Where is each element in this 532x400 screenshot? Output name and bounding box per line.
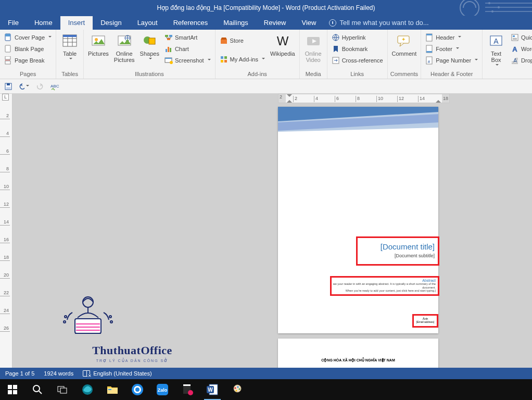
group-addins: Store My Add-ins WWikipedia Add-ins [216,30,300,79]
page-number-button[interactable]: #Page Number [423,55,480,66]
ribbon: Cover Page Blank Page Page Break Pages T… [0,30,532,79]
ribbon-tabs: File Home Insert Design Layout Reference… [0,16,532,30]
highlight-title: [Document title] [Document subtitle] [356,236,439,266]
online-video-button[interactable]: Online Video [302,32,325,70]
screenshot-button[interactable]: Screenshot [162,55,213,66]
shapes-button[interactable]: Shapes [138,32,161,70]
author-email[interactable]: [Email address] [414,320,437,323]
page-1[interactable]: [Document title] [Document subtitle] Abs… [278,107,438,333]
footer-button[interactable]: Footer [423,43,480,55]
shapes-icon [141,33,158,49]
watermark-sub: TRỢ LÝ CỦA DÂN CÔNG SỞ [59,359,205,363]
comment-icon: ✦ [396,33,412,49]
header-button[interactable]: Header [423,32,480,43]
tab-selector[interactable]: L [2,94,9,101]
undo-button[interactable] [19,81,29,92]
cover-title[interactable]: [Document title] [358,242,435,251]
wikipedia-icon: W [274,33,291,49]
svg-point-58 [109,316,111,318]
svg-point-1 [488,2,490,4]
store-button[interactable]: Store [218,35,267,46]
tab-file[interactable]: File [0,16,27,30]
tell-me-search[interactable]: Tell me what you want to do... [324,16,434,30]
abstract-line2[interactable]: document. [332,286,436,290]
chart-button[interactable]: Chart [162,43,213,55]
explorer-app[interactable] [100,379,125,400]
abstract-line1[interactable]: aw your reader in with an engaging abstr… [332,282,436,286]
abstract-line3[interactable]: When you're ready to add your content, j… [332,289,436,293]
group-pages: Cover Page Blank Page Page Break Pages [0,30,56,79]
my-addins-button[interactable]: My Add-ins [218,54,267,65]
group-label-illustrations: Illustrations [86,70,212,79]
tab-insert[interactable]: Insert [60,16,93,30]
svg-rect-37 [426,34,432,35]
paint-app[interactable] [225,379,250,400]
blank-page-button[interactable]: Blank Page [2,43,54,55]
status-page[interactable]: Page 1 of 5 [5,370,34,377]
table-button[interactable]: Table [58,32,81,70]
page-number-icon: # [425,56,434,65]
spelling-button[interactable]: ABC [50,81,60,92]
text-box-button[interactable]: AText Box [485,32,508,70]
smartart-button[interactable]: SmartArt [162,32,213,43]
svg-rect-22 [170,48,171,52]
abstract-heading[interactable]: Abstract [332,279,436,282]
status-language[interactable]: ✕ English (United States) [83,370,152,377]
status-words[interactable]: 1924 words [44,370,73,377]
group-label-pages: Pages [2,70,54,79]
tab-view[interactable]: View [294,16,324,30]
comment-button[interactable]: ✦Comment [390,32,419,70]
addins-icon [220,55,228,64]
pictures-icon [90,33,107,49]
start-button[interactable] [0,379,25,400]
wordart-icon: A [511,45,519,53]
page-break-button[interactable]: Page Break [2,55,54,66]
svg-rect-5 [5,34,10,36]
tab-references[interactable]: References [166,16,216,30]
document-canvas[interactable]: 2 18 2468101214 [Document title] [Docume… [12,94,532,368]
bookmark-icon [332,45,340,53]
titlebar-art [449,0,532,16]
horizontal-ruler[interactable]: 2 18 2468101214 [278,94,450,103]
edge-app[interactable] [75,379,100,400]
tab-layout[interactable]: Layout [130,16,166,30]
svg-text:ABC: ABC [50,84,59,89]
screenshot-icon [164,56,173,65]
quick-parts-button[interactable]: Quick [509,32,532,43]
svg-point-78 [188,390,193,395]
search-button[interactable] [25,379,50,400]
cover-page-icon [4,33,12,42]
drop-cap-button[interactable]: ADrop [509,55,532,66]
zalo-pc-app[interactable] [125,379,150,400]
bookmark-button[interactable]: Bookmark [330,43,385,55]
cover-page-button[interactable]: Cover Page [2,32,54,43]
vertical-ruler[interactable]: L 2468101214161820222426 [0,94,12,368]
zalo-app[interactable]: Zalo [150,379,175,400]
online-pictures-button[interactable]: Online Pictures [112,32,137,70]
hyperlink-button[interactable]: Hyperlink [330,32,385,43]
tab-mailings[interactable]: Mailings [216,16,256,30]
drop-cap-icon: A [511,56,519,65]
tab-home[interactable]: Home [27,16,60,30]
page-2[interactable]: CỘNG HÒA XÃ HỘI CHỦ NGHĨA VIỆT NAM [278,339,438,368]
word-app[interactable]: W [200,379,225,400]
wikipedia-button[interactable]: WWikipedia [268,32,297,70]
svg-rect-20 [166,49,167,52]
tab-review[interactable]: Review [256,16,294,30]
svg-rect-46 [513,38,517,39]
task-view-button[interactable] [50,379,75,400]
notes-app[interactable] [175,379,200,400]
group-links: Hyperlink Bookmark Cross-reference Links [327,30,388,79]
redo-button[interactable] [34,81,45,92]
tab-design[interactable]: Design [93,16,129,30]
svg-rect-77 [183,384,191,386]
svg-rect-19 [167,38,170,40]
cover-subtitle[interactable]: [Document subtitle] [358,253,435,258]
svg-rect-52 [6,87,10,89]
save-button[interactable] [3,81,14,92]
wordart-button[interactable]: AWord [509,43,532,55]
pictures-button[interactable]: Pictures [86,32,111,70]
cross-reference-button[interactable]: Cross-reference [330,55,385,66]
svg-text:✦: ✦ [401,36,406,42]
text-box-icon: A [488,33,504,49]
